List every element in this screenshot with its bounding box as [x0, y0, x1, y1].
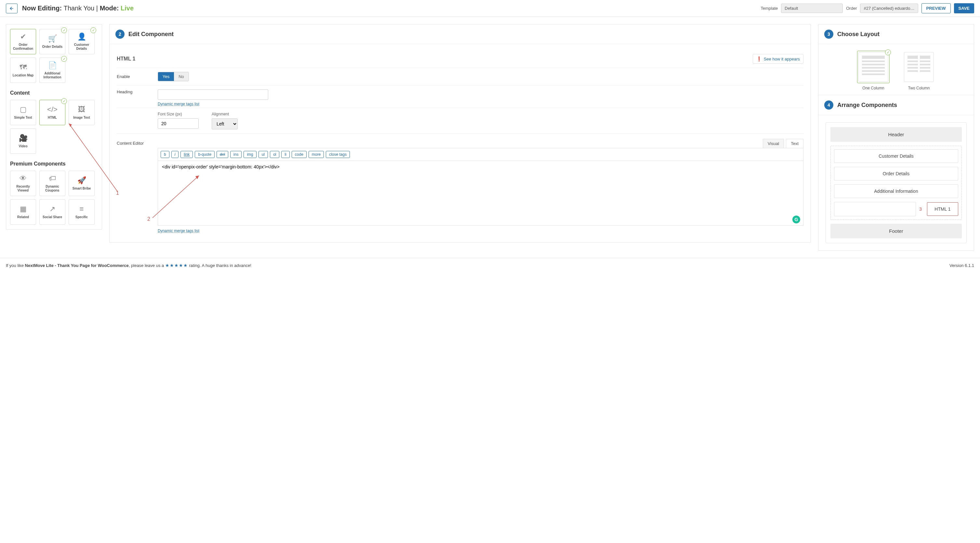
- grammarly-icon[interactable]: G: [792, 216, 800, 223]
- arrow-left-icon: [9, 6, 14, 11]
- editor-btn-del[interactable]: del: [216, 151, 228, 158]
- content-tile-simple-text[interactable]: ▢Simple Text: [10, 100, 36, 125]
- step-3-badge: 3: [824, 30, 834, 39]
- check-icon: ✓: [61, 27, 67, 33]
- tile-icon: 🛒: [48, 35, 57, 43]
- component-name: HTML 1: [117, 56, 135, 62]
- content-tile-image-text[interactable]: 🖼Image Text: [68, 100, 95, 125]
- tile-label: Customer Details: [70, 43, 94, 51]
- content-editor-textarea[interactable]: [158, 161, 803, 226]
- component-tile-customer-details[interactable]: ✓👤Customer Details: [68, 29, 95, 54]
- editor-btn-close-tags[interactable]: close tags: [326, 151, 350, 158]
- tile-label: Image Text: [73, 116, 90, 119]
- step-2-badge: 2: [115, 30, 124, 39]
- arrange-item-order-details[interactable]: Order Details: [834, 167, 958, 180]
- tile-icon: ≡: [80, 205, 84, 213]
- tile-label: Order Confirmation: [11, 43, 35, 51]
- premium-heading: Premium Components: [10, 161, 98, 167]
- back-button[interactable]: [6, 3, 18, 13]
- premium-tile-recently-viewed[interactable]: 👁Recently Viewed: [10, 171, 36, 196]
- template-label: Template: [761, 6, 778, 11]
- tile-icon: ✔: [20, 32, 26, 41]
- alignment-label: Alignment: [212, 112, 238, 116]
- choose-layout-title: Choose Layout: [837, 31, 880, 38]
- order-select[interactable]: #27 (Cancelled) eduardo…: [860, 3, 918, 13]
- component-tile-location-map[interactable]: 🗺Location Map: [10, 57, 36, 83]
- heading-label: Heading: [117, 89, 158, 94]
- enable-yes[interactable]: Yes: [158, 72, 174, 81]
- preview-button[interactable]: PREVIEW: [921, 3, 951, 13]
- premium-tile-smart-bribe[interactable]: 🚀Smart Bribe: [68, 171, 95, 196]
- tile-label: Location Map: [13, 73, 33, 77]
- check-icon: ✓: [885, 49, 891, 55]
- edit-component-title: Edit Component: [129, 31, 173, 38]
- merge-tags-link[interactable]: Dynamic merge tags list: [158, 102, 199, 106]
- component-tile-order-confirmation[interactable]: ✔Order Confirmation: [10, 29, 36, 54]
- editor-btn-code[interactable]: code: [292, 151, 307, 158]
- arrange-empty-slot[interactable]: [834, 202, 916, 216]
- tile-icon: 🏷: [49, 174, 56, 183]
- tile-label: Smart Bribe: [73, 186, 91, 191]
- save-button[interactable]: SAVE: [954, 3, 974, 13]
- warning-icon: ❗: [756, 56, 762, 61]
- page-title: Now Editing: Thank You | Mode: Live: [22, 5, 134, 12]
- heading-input[interactable]: [158, 89, 268, 100]
- right-panel: 3 Choose Layout ✓ One Column Two Column …: [818, 24, 974, 251]
- editor-btn-ul[interactable]: ul: [258, 151, 268, 158]
- page-footer: If you like NextMove Lite - Thank You Pa…: [0, 258, 980, 272]
- rating-stars[interactable]: ★★★★★: [165, 263, 188, 268]
- tile-icon: 🖼: [78, 105, 85, 114]
- tile-icon: ▦: [20, 205, 27, 213]
- tile-label: Additional Information: [40, 72, 64, 79]
- arrange-item-html-1[interactable]: HTML 1: [927, 202, 958, 216]
- tile-label: Video: [19, 144, 27, 148]
- tile-icon: 👤: [77, 32, 86, 41]
- arrange-title: Arrange Components: [837, 102, 897, 108]
- editor-btn-img[interactable]: img: [243, 151, 256, 158]
- editor-tab-visual[interactable]: Visual: [763, 139, 784, 148]
- editor-btn-b-quote[interactable]: b-quote: [195, 151, 215, 158]
- content-tile-html[interactable]: ✓</>HTML: [39, 100, 65, 125]
- component-tile-additional-information[interactable]: ✓📄Additional Information: [39, 57, 65, 83]
- arrange-footer: Footer: [830, 224, 962, 238]
- edit-component-panel: 2 Edit Component HTML 1 ❗ See how it app…: [109, 24, 811, 242]
- layout-one-column[interactable]: ✓ One Column: [857, 51, 889, 91]
- premium-tile-dynamic-coupons[interactable]: 🏷Dynamic Coupons: [39, 171, 65, 196]
- arrange-item-additional-information[interactable]: Additional Information: [834, 184, 958, 198]
- check-icon: ✓: [61, 98, 67, 104]
- step-4-badge: 4: [824, 100, 834, 110]
- tile-label: HTML: [48, 116, 57, 119]
- tile-label: Related: [17, 215, 29, 219]
- font-size-input[interactable]: [158, 118, 199, 129]
- editor-btn-li[interactable]: li: [281, 151, 290, 158]
- check-icon: ✓: [61, 56, 67, 62]
- tile-icon: </>: [47, 105, 57, 114]
- tile-label: Dynamic Coupons: [40, 185, 64, 193]
- editor-tab-text[interactable]: Text: [786, 139, 803, 148]
- premium-tile-related[interactable]: ▦Related: [10, 199, 36, 225]
- version-label: Version 6.1.1: [950, 263, 974, 268]
- merge-tags-link-2[interactable]: Dynamic merge tags list: [158, 229, 199, 233]
- editor-btn-ins[interactable]: ins: [230, 151, 242, 158]
- arrange-item-customer-details[interactable]: Customer Details: [834, 149, 958, 163]
- editor-btn-b[interactable]: b: [161, 151, 169, 158]
- arrange-drop-zone[interactable]: Customer DetailsOrder DetailsAdditional …: [830, 146, 962, 220]
- see-how-link[interactable]: ❗ See how it appears: [753, 54, 803, 64]
- enable-toggle[interactable]: Yes No: [158, 72, 189, 81]
- editor-btn-ol[interactable]: ol: [270, 151, 279, 158]
- tile-icon: 👁: [19, 174, 27, 183]
- editor-toolbar: bilinkb-quotedelinsimgulollicodemoreclos…: [158, 148, 803, 161]
- alignment-select[interactable]: Left: [212, 118, 238, 129]
- premium-tile-specific[interactable]: ≡Specific: [68, 199, 95, 225]
- premium-tile-social-share[interactable]: ↗Social Share: [39, 199, 65, 225]
- editor-btn-more[interactable]: more: [309, 151, 324, 158]
- content-tile-video[interactable]: 🎥Video: [10, 129, 36, 154]
- tile-label: Specific: [75, 215, 88, 219]
- template-select[interactable]: Default: [781, 3, 843, 13]
- editor-btn-link[interactable]: link: [180, 151, 193, 158]
- enable-no[interactable]: No: [174, 72, 189, 81]
- editor-btn-i[interactable]: i: [171, 151, 179, 158]
- component-tile-order-details[interactable]: ✓🛒Order Details: [39, 29, 65, 54]
- content-heading: Content: [10, 90, 98, 96]
- layout-two-column[interactable]: Two Column: [903, 51, 935, 91]
